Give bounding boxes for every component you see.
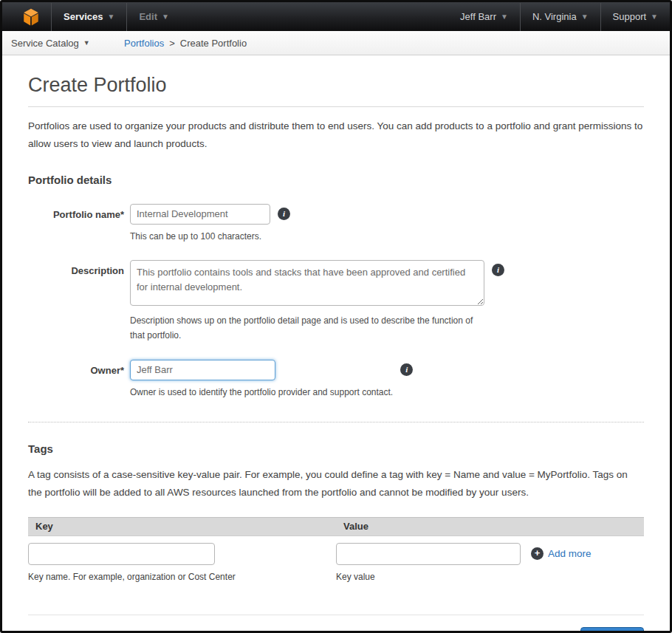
chevron-down-icon: ▼ xyxy=(581,13,589,21)
chevron-down-icon: ▼ xyxy=(501,13,508,21)
tags-table-header: Key Value xyxy=(28,517,644,536)
info-icon[interactable]: i xyxy=(278,208,290,220)
description-control: This portfolio contains tools and stacks… xyxy=(130,260,484,343)
description-textarea[interactable]: This portfolio contains tools and stacks… xyxy=(130,260,484,306)
user-menu[interactable]: Jeff Barr ▼ xyxy=(448,3,520,31)
services-menu-label: Services xyxy=(64,11,103,22)
description-help: Description shows up on the portfolio de… xyxy=(130,313,477,343)
region-menu[interactable]: N. Virginia ▼ xyxy=(521,3,600,31)
services-menu[interactable]: Services ▼ xyxy=(52,3,126,31)
main-content: Create Portfolio Portfolios are used to … xyxy=(2,55,670,633)
support-menu-label: Support xyxy=(613,11,647,22)
chevron-down-icon: ▼ xyxy=(108,13,115,21)
region-menu-label: N. Virginia xyxy=(532,11,577,22)
page-title: Create Portfolio xyxy=(28,74,644,97)
owner-label: Owner* xyxy=(28,360,124,376)
portfolio-name-input[interactable] xyxy=(130,204,270,225)
actions-row: *Required Cancel Continue xyxy=(28,627,644,633)
tags-help-row: Key name. For example, organization or C… xyxy=(28,572,644,582)
portfolio-name-control: This can be up to 100 characters. xyxy=(130,204,270,244)
service-catalog-menu[interactable]: Service Catalog ▼ xyxy=(2,38,99,49)
portfolio-name-row: Portfolio name* This can be up to 100 ch… xyxy=(28,204,644,244)
tags-table: Key Value + Add more Key name. For examp… xyxy=(28,517,644,582)
continue-button[interactable]: Continue xyxy=(580,627,644,633)
user-menu-label: Jeff Barr xyxy=(460,11,496,22)
actions-divider xyxy=(28,615,644,615)
top-nav-bar: Services ▼ Edit ▼ Jeff Barr ▼ N. Virgini… xyxy=(2,2,670,31)
service-catalog-menu-label: Service Catalog xyxy=(11,38,79,49)
breadcrumb-separator: > xyxy=(169,38,175,49)
plus-circle-icon: + xyxy=(531,547,544,560)
info-icon[interactable]: i xyxy=(400,363,413,376)
edit-menu-label: Edit xyxy=(139,11,157,22)
page-intro: Portfolios are used to organize your pro… xyxy=(28,117,644,154)
breadcrumb-current: Create Portfolio xyxy=(180,38,247,49)
value-cell: + Add more xyxy=(336,543,644,565)
tags-heading: Tags xyxy=(28,442,644,455)
sub-nav-bar: Service Catalog ▼ Portfolios > Create Po… xyxy=(2,31,670,55)
owner-control: Owner is used to identify the portfolio … xyxy=(130,360,393,400)
portfolio-name-help: This can be up to 100 characters. xyxy=(130,229,270,244)
owner-input[interactable] xyxy=(130,360,275,380)
breadcrumb: Portfolios > Create Portfolio xyxy=(124,38,247,49)
tags-input-row: + Add more xyxy=(28,543,644,565)
description-row: Description This portfolio contains tool… xyxy=(28,260,644,343)
edit-menu[interactable]: Edit ▼ xyxy=(127,3,180,31)
chevron-down-icon: ▼ xyxy=(651,13,658,21)
aws-console-window: Services ▼ Edit ▼ Jeff Barr ▼ N. Virgini… xyxy=(0,0,672,633)
value-column-header: Value xyxy=(336,521,644,532)
portfolio-name-label: Portfolio name* xyxy=(28,204,124,220)
add-more-label: Add more xyxy=(548,548,592,559)
description-label: Description xyxy=(28,260,124,276)
chevron-down-icon: ▼ xyxy=(83,39,90,47)
tag-value-input[interactable] xyxy=(336,543,521,565)
aws-logo[interactable] xyxy=(21,7,41,27)
section-divider xyxy=(28,422,644,422)
add-more-link[interactable]: + Add more xyxy=(531,547,592,560)
key-help: Key name. For example, organization or C… xyxy=(28,572,336,582)
key-cell xyxy=(28,543,336,565)
actions-right: Cancel Continue xyxy=(536,627,644,633)
portfolio-details-heading: Portfolio details xyxy=(28,174,644,186)
info-icon[interactable]: i xyxy=(492,264,504,276)
breadcrumb-portfolios-link[interactable]: Portfolios xyxy=(124,38,164,49)
chevron-down-icon: ▼ xyxy=(162,13,169,21)
support-menu[interactable]: Support ▼ xyxy=(601,3,670,31)
value-help: Key value xyxy=(336,572,644,582)
aws-cube-icon xyxy=(21,7,41,27)
owner-help: Owner is used to identify the portfolio … xyxy=(130,385,393,400)
tags-intro: A tag consists of a case-sensitive key-v… xyxy=(28,466,644,502)
key-column-header: Key xyxy=(28,521,336,532)
title-divider xyxy=(28,106,644,107)
owner-row: Owner* Owner is used to identify the por… xyxy=(28,360,644,400)
tag-key-input[interactable] xyxy=(28,543,215,565)
